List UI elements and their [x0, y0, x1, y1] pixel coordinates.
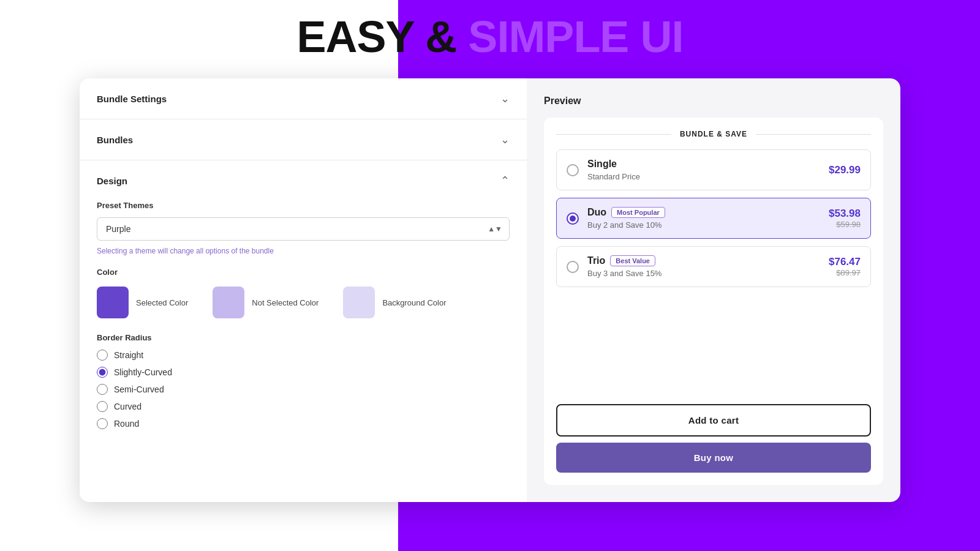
radio-item-semi-curved[interactable]: Semi-Curved: [97, 384, 510, 395]
background-color-swatch[interactable]: [343, 287, 375, 318]
design-content: Preset Themes Purple Blue Green Red ▲▼ S…: [97, 201, 510, 441]
spacer: [556, 294, 871, 404]
radio-item-straight[interactable]: Straight: [97, 350, 510, 361]
theme-select-wrapper: Purple Blue Green Red ▲▼: [97, 217, 510, 241]
selected-color-item: Selected Color: [97, 287, 188, 318]
bundles-section: Bundles ⌄: [80, 119, 527, 160]
radio-slightly-curved[interactable]: [97, 367, 108, 378]
single-subtitle: Standard Price: [587, 172, 820, 181]
left-panel: Bundle Settings ⌄ Bundles ⌄ Design ⌃ Pre…: [80, 78, 527, 502]
color-swatches: Selected Color Not Selected Color Backgr…: [97, 287, 510, 318]
radio-curved-label: Curved: [114, 402, 141, 411]
not-selected-color-swatch[interactable]: [213, 287, 244, 318]
title-purple: SIMPLE UI: [468, 12, 683, 61]
theme-select[interactable]: Purple Blue Green Red: [97, 217, 510, 241]
trio-name-row: Trio Best Value: [587, 255, 820, 266]
background-color-item: Background Color: [343, 287, 446, 318]
not-selected-color-item: Not Selected Color: [213, 287, 318, 318]
radio-semi-curved[interactable]: [97, 384, 108, 395]
main-container: Bundle Settings ⌄ Bundles ⌄ Design ⌃ Pre…: [80, 78, 900, 502]
title-black: EASY &: [297, 12, 469, 61]
trio-subtitle: Buy 3 and Save 15%: [587, 269, 820, 278]
border-radius-group: Straight Slightly-Curved Semi-Curved Cur…: [97, 350, 510, 429]
design-title: Design: [97, 176, 127, 186]
border-radius-label: Border Radius: [97, 333, 510, 342]
radio-straight-label: Straight: [114, 350, 143, 360]
background-color-label: Background Color: [382, 298, 446, 307]
single-price: $29.99: [829, 164, 861, 176]
single-price-current: $29.99: [829, 164, 861, 176]
bundles-header[interactable]: Bundles ⌄: [97, 119, 510, 160]
duo-radio: [567, 212, 579, 225]
selected-color-swatch[interactable]: [97, 287, 129, 318]
design-header[interactable]: Design ⌃: [97, 160, 510, 201]
page-title: EASY & SIMPLE UI: [297, 15, 684, 59]
trio-price: $76.47 $89.97: [829, 256, 861, 277]
header-line-left: [556, 134, 671, 135]
single-name: Single: [587, 159, 617, 170]
radio-semi-curved-label: Semi-Curved: [114, 384, 164, 394]
trio-price-original: $89.97: [829, 268, 861, 277]
radio-item-round[interactable]: Round: [97, 418, 510, 429]
preset-themes-label: Preset Themes: [97, 201, 510, 210]
bundles-chevron: ⌄: [500, 133, 510, 146]
trio-price-current: $76.47: [829, 256, 861, 268]
radio-straight[interactable]: [97, 350, 108, 361]
bundle-settings-chevron: ⌄: [500, 92, 510, 105]
single-radio: [567, 164, 579, 176]
radio-item-slightly-curved[interactable]: Slightly-Curved: [97, 367, 510, 378]
radio-curved[interactable]: [97, 401, 108, 412]
duo-name-row: Duo Most Popular: [587, 207, 820, 218]
radio-round[interactable]: [97, 418, 108, 429]
bundle-settings-header[interactable]: Bundle Settings ⌄: [97, 78, 510, 119]
bundle-settings-section: Bundle Settings ⌄: [80, 78, 527, 119]
duo-price-current: $53.98: [829, 208, 861, 220]
radio-slightly-curved-label: Slightly-Curved: [114, 367, 172, 377]
color-label: Color: [97, 268, 510, 277]
header-line-right: [756, 134, 871, 135]
duo-name: Duo: [587, 207, 606, 218]
duo-subtitle: Buy 2 and Save 10%: [587, 220, 820, 230]
bundle-option-duo[interactable]: Duo Most Popular Buy 2 and Save 10% $53.…: [556, 198, 871, 239]
add-to-cart-button[interactable]: Add to cart: [556, 404, 871, 437]
single-info: Single Standard Price: [587, 159, 820, 181]
right-panel: Preview BUNDLE & SAVE Single Standard Pr…: [527, 78, 900, 502]
trio-name: Trio: [587, 255, 605, 266]
preview-title: Preview: [544, 96, 883, 107]
trio-info: Trio Best Value Buy 3 and Save 15%: [587, 255, 820, 278]
duo-info: Duo Most Popular Buy 2 and Save 10%: [587, 207, 820, 230]
trio-badge: Best Value: [610, 255, 655, 266]
design-section: Design ⌃ Preset Themes Purple Blue Green…: [80, 160, 527, 441]
bundle-option-trio[interactable]: Trio Best Value Buy 3 and Save 15% $76.4…: [556, 246, 871, 287]
duo-badge: Most Popular: [611, 207, 665, 218]
page-header: EASY & SIMPLE UI: [0, 0, 980, 73]
design-chevron: ⌃: [500, 174, 510, 187]
duo-price-original: $59.98: [829, 220, 861, 229]
bundle-header-text: BUNDLE & SAVE: [671, 130, 756, 138]
bundle-widget: BUNDLE & SAVE Single Standard Price $29.…: [544, 118, 883, 485]
buy-now-button[interactable]: Buy now: [556, 443, 871, 473]
duo-price: $53.98 $59.98: [829, 208, 861, 229]
bundles-title: Bundles: [97, 135, 133, 145]
radio-round-label: Round: [114, 419, 139, 429]
not-selected-color-label: Not Selected Color: [252, 298, 318, 307]
selected-color-label: Selected Color: [136, 298, 188, 307]
single-name-row: Single: [587, 159, 820, 170]
bundle-option-single[interactable]: Single Standard Price $29.99: [556, 149, 871, 190]
radio-item-curved[interactable]: Curved: [97, 401, 510, 412]
bundle-settings-title: Bundle Settings: [97, 94, 167, 104]
bundle-header-line: BUNDLE & SAVE: [556, 130, 871, 138]
trio-radio: [567, 261, 579, 273]
theme-hint: Selecting a theme will change all option…: [97, 247, 510, 255]
